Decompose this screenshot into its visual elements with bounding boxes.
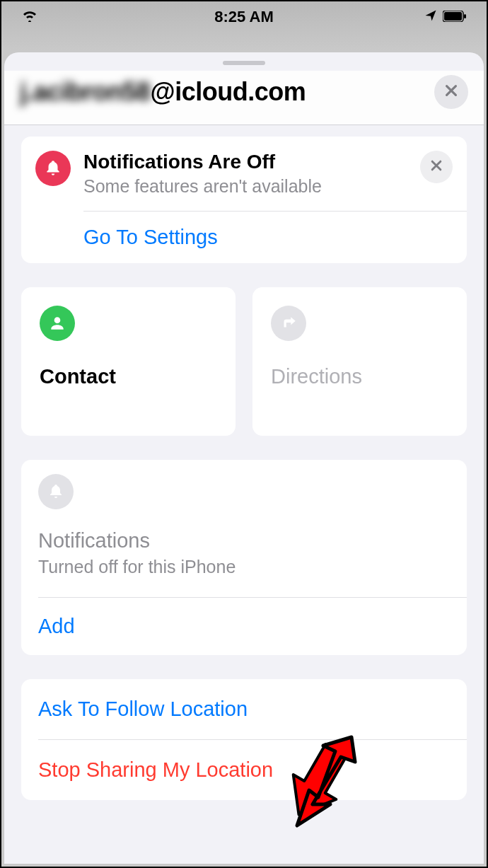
sheet-content: Notifications Are Off Some features aren… <box>4 125 484 811</box>
person-icon <box>40 306 75 341</box>
ask-follow-location-button[interactable]: Ask To Follow Location <box>21 679 467 739</box>
directions-arrow-icon <box>271 306 306 341</box>
status-bar: 8:25 AM <box>1 1 487 33</box>
bell-icon <box>35 151 71 186</box>
notifications-off-subtitle: Some features aren't available <box>83 176 407 197</box>
tiles-row: Contact Directions <box>21 287 467 436</box>
contact-sheet: j.acibron58@icloud.com Notifications Are… <box>4 52 484 864</box>
status-right <box>424 8 467 26</box>
status-left <box>21 8 38 26</box>
notifications-section-body: Notifications Turned off for this iPhone <box>21 460 467 597</box>
close-button[interactable] <box>434 75 468 109</box>
wifi-icon <box>21 8 38 26</box>
notifications-off-row: Notifications Are Off Some features aren… <box>21 137 467 211</box>
add-notification-button[interactable]: Add <box>21 598 467 655</box>
sheet-grabber[interactable] <box>223 61 265 65</box>
notifications-off-card: Notifications Are Off Some features aren… <box>21 137 467 263</box>
stop-sharing-location-button[interactable]: Stop Sharing My Location <box>21 740 467 800</box>
bell-icon <box>38 474 74 509</box>
directions-tile[interactable]: Directions <box>252 287 467 436</box>
contact-label: Contact <box>40 365 217 388</box>
notifications-off-title: Notifications Are Off <box>83 151 407 173</box>
location-actions-card: Ask To Follow Location Stop Sharing My L… <box>21 679 467 800</box>
close-icon <box>429 158 443 175</box>
status-time: 8:25 AM <box>214 8 274 26</box>
close-icon <box>443 83 459 101</box>
title-visible-part: @icloud.com <box>151 77 306 106</box>
location-arrow-icon <box>424 8 437 26</box>
svg-rect-2 <box>464 14 466 18</box>
notifications-off-dismiss-button[interactable] <box>420 151 453 183</box>
notifications-section-subtitle: Turned off for this iPhone <box>38 557 450 577</box>
notifications-section-title: Notifications <box>38 529 450 552</box>
contact-tile[interactable]: Contact <box>21 287 236 436</box>
sheet-header: j.acibron58@icloud.com <box>4 71 484 125</box>
title-blurred-part: j.acibron58 <box>20 77 151 107</box>
notifications-off-text: Notifications Are Off Some features aren… <box>83 151 407 197</box>
battery-icon <box>443 8 467 26</box>
svg-rect-1 <box>444 12 462 21</box>
notifications-section-card: Notifications Turned off for this iPhone… <box>21 460 467 655</box>
go-to-settings-button[interactable]: Go To Settings <box>21 212 467 263</box>
sheet-title: j.acibron58@icloud.com <box>20 77 306 107</box>
directions-label: Directions <box>271 365 448 388</box>
